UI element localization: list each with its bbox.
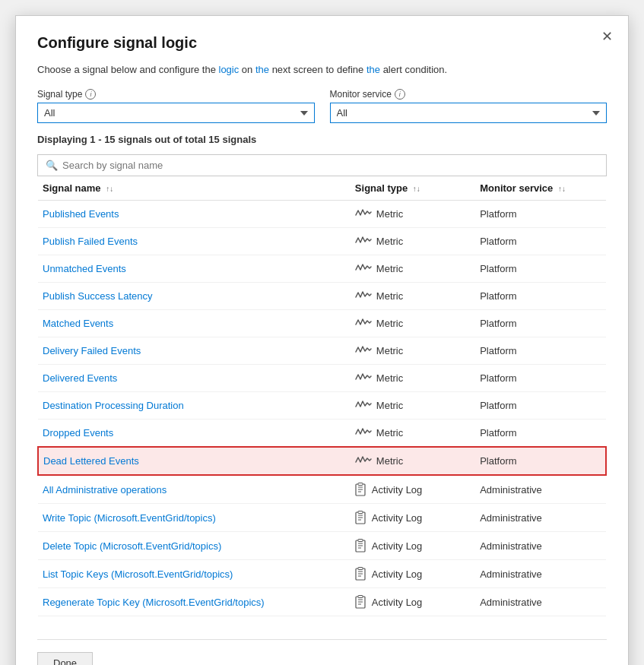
metric-icon [355,344,372,357]
table-header-row: Signal name ↑↓ Signal type ↑↓ Monitor se… [38,176,606,201]
signal-name-cell: Dropped Events [38,420,351,448]
table-row[interactable]: List Topic Keys (Microsoft.EventGrid/top… [38,560,606,588]
search-icon: 🔍 [46,160,58,171]
monitor-service-cell: Platform [475,365,606,392]
done-button[interactable]: Done [37,652,93,665]
column-signal-name[interactable]: Signal name ↑↓ [38,176,351,201]
monitor-service-cell: Platform [475,310,606,337]
signal-name-cell: All Administrative operations [38,475,351,504]
signal-type-cell: Activity Log [351,588,475,616]
signal-name-link[interactable]: Regenerate Topic Key (Microsoft.EventGri… [43,597,265,608]
search-input[interactable] [62,160,598,171]
svg-rect-16 [358,568,363,570]
signal-name-link[interactable]: Matched Events [43,318,113,329]
monitor-service-cell: Platform [475,228,606,255]
table-row[interactable]: All Administrative operationsActivity Lo… [38,475,606,504]
signal-name-link[interactable]: Delete Topic (Microsoft.EventGrid/topics… [43,540,221,552]
table-row[interactable]: Publish Success LatencyMetricPlatform [38,283,606,310]
count-text: Displaying 1 - 15 signals out of total 1… [37,134,607,145]
signal-type-text: Metric [376,236,403,247]
table-row[interactable]: Delivery Failed EventsMetricPlatform [38,337,606,365]
metric-icon [355,317,372,330]
close-button[interactable]: ✕ [601,30,613,43]
signal-type-info-icon[interactable]: i [85,89,96,100]
dialog-title: Configure signal logic [37,34,607,52]
sort-icon-signal-type[interactable]: ↑↓ [413,185,420,193]
configure-signal-logic-dialog: Configure signal logic ✕ Choose a signal… [15,15,629,665]
signal-type-text: Activity Log [372,484,422,496]
column-monitor-service[interactable]: Monitor service ↑↓ [475,176,606,201]
metric-icon [355,399,372,412]
metric-icon [355,290,372,302]
signal-name-cell: Delete Topic (Microsoft.EventGrid/topics… [38,532,351,560]
signal-type-cell: Activity Log [351,560,475,588]
monitor-service-cell: Administrative [475,504,606,532]
signal-type-text: Activity Log [372,597,422,608]
signal-type-text: Activity Log [372,568,422,580]
signal-name-cell: List Topic Keys (Microsoft.EventGrid/top… [38,560,351,588]
table-row[interactable]: Published EventsMetricPlatform [38,201,606,228]
monitor-service-cell: Administrative [475,560,606,588]
signal-name-link[interactable]: Published Events [43,208,119,220]
signal-type-cell: Metric [351,447,475,475]
metric-icon [355,372,372,385]
signal-type-select[interactable]: All Metric Activity Log [37,103,315,123]
signal-type-filter-group: Signal type i All Metric Activity Log [37,89,315,123]
table-row[interactable]: Matched EventsMetricPlatform [38,310,606,337]
signal-name-link[interactable]: List Topic Keys (Microsoft.EventGrid/top… [43,568,233,580]
signal-name-link[interactable]: Publish Success Latency [43,290,153,302]
dialog-footer: Done [37,639,607,665]
signal-type-text: Activity Log [372,540,422,552]
monitor-service-label: Monitor service i [330,89,608,100]
table-row[interactable]: Unmatched EventsMetricPlatform [38,255,606,283]
signal-type-cell: Metric [351,310,475,337]
signal-type-text: Metric [376,318,403,329]
signal-type-cell: Activity Log [351,475,475,504]
svg-rect-6 [358,511,363,514]
signal-name-link[interactable]: Unmatched Events [43,263,126,274]
monitor-service-cell: Administrative [475,475,606,504]
signal-name-link[interactable]: Dropped Events [43,427,113,439]
signal-name-cell: Matched Events [38,310,351,337]
signal-name-link[interactable]: Publish Failed Events [43,236,138,247]
signal-name-link[interactable]: Dead Lettered Events [43,455,139,467]
table-row[interactable]: Dropped EventsMetricPlatform [38,420,606,448]
table-row[interactable]: Delete Topic (Microsoft.EventGrid/topics… [38,532,606,560]
monitor-service-cell: Platform [475,420,606,448]
signal-type-cell: Metric [351,255,475,283]
signal-type-cell: Metric [351,228,475,255]
signal-name-cell: Destination Processing Duration [38,392,351,420]
table-row[interactable]: Publish Failed EventsMetricPlatform [38,228,606,255]
table-row[interactable]: Dead Lettered EventsMetricPlatform [38,447,606,475]
signal-name-link[interactable]: Delivered Events [43,372,117,384]
monitor-service-select[interactable]: All Platform Administrative [330,103,608,123]
signal-type-text: Metric [376,427,403,439]
signal-type-cell: Activity Log [351,504,475,532]
metric-icon [355,426,372,439]
table-row[interactable]: Delivered EventsMetricPlatform [38,365,606,392]
signal-type-text: Metric [376,455,403,467]
table-row[interactable]: Destination Processing DurationMetricPla… [38,392,606,420]
svg-rect-21 [358,596,363,598]
table-row[interactable]: Regenerate Topic Key (Microsoft.EventGri… [38,588,606,616]
signal-name-link[interactable]: Destination Processing Duration [43,400,184,411]
activity-log-icon [355,567,367,581]
table-row[interactable]: Write Topic (Microsoft.EventGrid/topics)… [38,504,606,532]
sort-icon-monitor-service[interactable]: ↑↓ [558,185,566,193]
sort-icon-signal-name[interactable]: ↑↓ [106,185,113,193]
column-signal-type[interactable]: Signal type ↑↓ [351,176,475,201]
signal-type-text: Metric [376,208,403,220]
signal-name-link[interactable]: Write Topic (Microsoft.EventGrid/topics) [43,512,216,524]
signal-name-cell: Publish Failed Events [38,228,351,255]
monitor-service-info-icon[interactable]: i [395,89,405,100]
signal-name-link[interactable]: Delivery Failed Events [43,345,141,356]
monitor-service-cell: Platform [475,447,606,475]
monitor-service-cell: Platform [475,283,606,310]
signal-type-text: Metric [376,372,403,384]
svg-rect-1 [358,483,363,486]
signal-name-link[interactable]: All Administrative operations [43,484,167,496]
metric-icon [355,262,372,275]
filters-row: Signal type i All Metric Activity Log Mo… [37,89,607,123]
signal-name-cell: Unmatched Events [38,255,351,283]
signal-type-cell: Metric [351,392,475,420]
